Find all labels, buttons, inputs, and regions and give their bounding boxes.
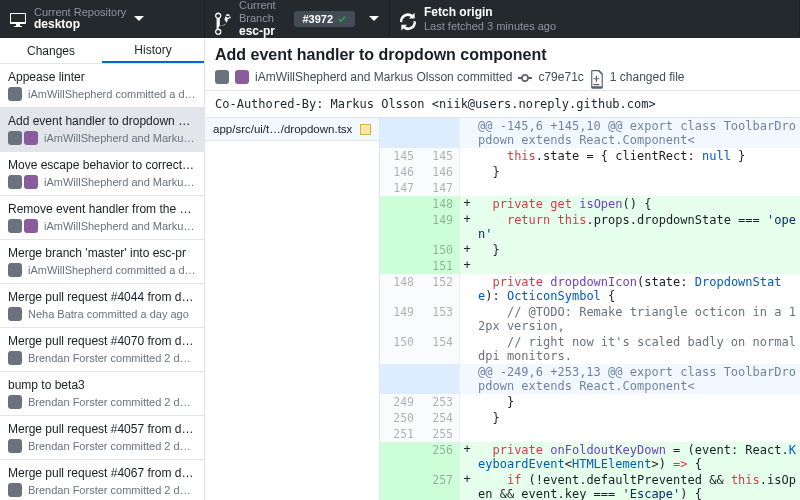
diff-code: @@ -145,6 +145,10 @@ export class Toolba… bbox=[474, 118, 800, 148]
diff-row: 149+ return this.props.dropdownState ===… bbox=[380, 212, 800, 242]
tab-changes[interactable]: Changes bbox=[0, 38, 102, 63]
commit-sha: c79e71c bbox=[538, 70, 583, 84]
gutter-old: 145 bbox=[380, 148, 420, 164]
gutter-new: 150 bbox=[420, 242, 460, 258]
gutter-new: 154 bbox=[420, 334, 460, 364]
sidebar-tabs: Changes History bbox=[0, 38, 204, 64]
diff-sign bbox=[460, 426, 474, 442]
coauthor-line: Co-Authored-By: Markus Olsson <niik@user… bbox=[205, 91, 800, 118]
commit-item[interactable]: bump to beta3Brendan Forster committed 2… bbox=[0, 372, 204, 416]
commit-byline: iAmWillShepherd and Markus Olsson commit… bbox=[255, 70, 512, 84]
avatar bbox=[8, 87, 22, 101]
diff-area: app/src/ui/t…/dropdown.tsx @@ -145,6 +14… bbox=[205, 118, 800, 500]
repo-selector[interactable]: Current Repository desktop bbox=[0, 0, 205, 38]
gutter-old: 148 bbox=[380, 274, 420, 304]
gutter-old bbox=[380, 196, 420, 212]
file-item[interactable]: app/src/ui/t…/dropdown.tsx bbox=[205, 118, 379, 141]
repo-value: desktop bbox=[34, 18, 126, 32]
diff-code: } bbox=[474, 242, 800, 258]
gutter-old bbox=[380, 258, 420, 274]
gutter-old: 250 bbox=[380, 410, 420, 426]
branch-selector[interactable]: Current Branch esc-pr #3972 bbox=[205, 0, 390, 38]
diff-sign bbox=[460, 364, 474, 394]
commit-item[interactable]: Remove event handler from the bran…iAmWi… bbox=[0, 196, 204, 240]
git-commit-icon bbox=[518, 70, 532, 84]
commit-item-sub: Brendan Forster committed 2 days ago bbox=[28, 484, 196, 496]
commit-item[interactable]: Move escape behavior to correct co…iAmWi… bbox=[0, 152, 204, 196]
diff-row: @@ -145,6 +145,10 @@ export class Toolba… bbox=[380, 118, 800, 148]
commit-item-title: Merge pull request #4044 from des… bbox=[8, 290, 196, 304]
avatar bbox=[24, 219, 38, 233]
git-branch-icon bbox=[215, 11, 231, 27]
commit-item-sub: iAmWillShepherd committed a day ago bbox=[28, 264, 196, 276]
avatar bbox=[8, 307, 22, 321]
avatar bbox=[8, 219, 22, 233]
check-icon bbox=[337, 14, 347, 24]
diff-code: this.state = { clientRect: null } bbox=[474, 148, 800, 164]
avatar bbox=[8, 351, 22, 365]
commit-item-title: Remove event handler from the bran… bbox=[8, 202, 196, 216]
gutter-old: 150 bbox=[380, 334, 420, 364]
pr-number: #3972 bbox=[302, 13, 333, 25]
commit-item-sub: iAmWillShepherd and Markus Olsson… bbox=[44, 220, 196, 232]
diff-row: 146146 } bbox=[380, 164, 800, 180]
diff-code: } bbox=[474, 164, 800, 180]
avatar bbox=[8, 483, 22, 497]
diff-code: private onFoldoutKeyDown = (event: React… bbox=[474, 442, 800, 472]
commit-item[interactable]: Merge pull request #4057 from desk…Brend… bbox=[0, 416, 204, 460]
diff-code bbox=[474, 426, 800, 442]
diff-sign bbox=[460, 274, 474, 304]
file-name: app/src/ui/t…/dropdown.tsx bbox=[213, 123, 352, 135]
commit-item-title: Add event handler to dropdown com… bbox=[8, 114, 196, 128]
gutter-new: 153 bbox=[420, 304, 460, 334]
gutter-new: 253 bbox=[420, 394, 460, 410]
diff-row: 148152 private dropdownIcon(state: Dropd… bbox=[380, 274, 800, 304]
gutter-new: 146 bbox=[420, 164, 460, 180]
gutter-new: 257 bbox=[420, 472, 460, 500]
diff-code: private get isOpen() { bbox=[474, 196, 800, 212]
sync-icon bbox=[400, 11, 416, 27]
gutter-new: 254 bbox=[420, 410, 460, 426]
tab-history[interactable]: History bbox=[102, 38, 204, 63]
diff-sign bbox=[460, 148, 474, 164]
diff-row: 150154 // right now it's scaled badly on… bbox=[380, 334, 800, 364]
diff-code: // right now it's scaled badly on normal… bbox=[474, 334, 800, 364]
diff-row: 150+ } bbox=[380, 242, 800, 258]
commit-detail: Add event handler to dropdown component … bbox=[205, 38, 800, 500]
diff-sign: + bbox=[460, 258, 474, 274]
commit-item[interactable]: Merge branch 'master' into esc-priAmWill… bbox=[0, 240, 204, 284]
modified-badge-icon bbox=[360, 124, 371, 135]
pr-badge: #3972 bbox=[294, 11, 355, 27]
commit-item[interactable]: Merge pull request #4070 from desk…Brend… bbox=[0, 328, 204, 372]
diff-code bbox=[474, 180, 800, 196]
diff-sign: + bbox=[460, 242, 474, 258]
gutter-new: 145 bbox=[420, 148, 460, 164]
diff-row: 149153 // @TODO: Remake triangle octicon… bbox=[380, 304, 800, 334]
diff-view[interactable]: @@ -145,6 +145,10 @@ export class Toolba… bbox=[380, 118, 800, 500]
gutter-new: 147 bbox=[420, 180, 460, 196]
gutter-new: 151 bbox=[420, 258, 460, 274]
commit-item[interactable]: Add event handler to dropdown com…iAmWil… bbox=[0, 108, 204, 152]
diff-row: 145145 this.state = { clientRect: null } bbox=[380, 148, 800, 164]
gutter-new bbox=[420, 364, 460, 394]
commit-list[interactable]: Appease linteriAmWillShepherd committed … bbox=[0, 64, 204, 500]
commit-item[interactable]: Appease linteriAmWillShepherd committed … bbox=[0, 64, 204, 108]
commit-item-sub: Brendan Forster committed 2 days ago bbox=[28, 396, 196, 408]
diff-code: } bbox=[474, 394, 800, 410]
diff-sign bbox=[460, 180, 474, 196]
fetch-button[interactable]: Fetch origin Last fetched 3 minutes ago bbox=[390, 0, 800, 38]
chevron-down-icon bbox=[134, 16, 144, 22]
gutter-old: 249 bbox=[380, 394, 420, 410]
files-changed-count: 1 changed file bbox=[610, 70, 685, 84]
commit-item-sub: iAmWillShepherd and Markus Olsson… bbox=[44, 176, 196, 188]
diff-code bbox=[474, 258, 800, 274]
diff-code: @@ -249,6 +253,13 @@ export class Toolba… bbox=[474, 364, 800, 394]
diff-sign bbox=[460, 118, 474, 148]
diff-code: if (!event.defaultPrevented && this.isOp… bbox=[474, 472, 800, 500]
main-area: Changes History Appease linteriAmWillShe… bbox=[0, 38, 800, 500]
commit-item-sub: Neha Batra committed a day ago bbox=[28, 308, 189, 320]
commit-item[interactable]: Merge pull request #4044 from des…Neha B… bbox=[0, 284, 204, 328]
gutter-old: 146 bbox=[380, 164, 420, 180]
commit-item[interactable]: Merge pull request #4067 from desk…Brend… bbox=[0, 460, 204, 500]
diff-sign bbox=[460, 304, 474, 334]
